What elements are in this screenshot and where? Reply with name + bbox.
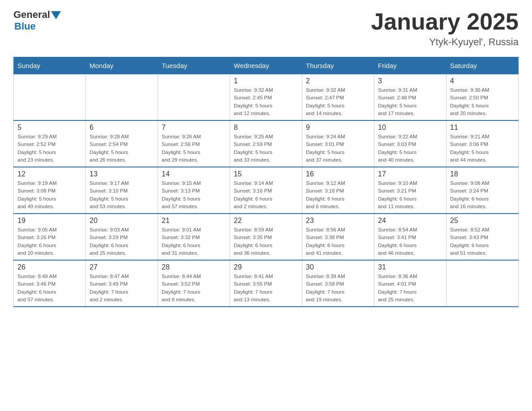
day-number: 22 <box>234 217 298 225</box>
header-row: SundayMondayTuesdayWednesdayThursdayFrid… <box>14 57 519 74</box>
calendar-cell: 24Sunrise: 8:54 AMSunset: 3:41 PMDayligh… <box>374 214 446 260</box>
day-number: 5 <box>17 124 82 132</box>
week-row-4: 19Sunrise: 9:05 AMSunset: 3:26 PMDayligh… <box>14 214 519 260</box>
day-number: 28 <box>162 263 226 271</box>
day-number: 12 <box>17 170 82 178</box>
calendar-cell: 4Sunrise: 9:30 AMSunset: 2:50 PMDaylight… <box>446 74 519 121</box>
calendar-cell: 12Sunrise: 9:19 AMSunset: 3:08 PMDayligh… <box>14 167 86 214</box>
day-info: Sunrise: 9:32 AMSunset: 2:45 PMDaylight:… <box>234 86 298 117</box>
calendar-cell: 5Sunrise: 9:29 AMSunset: 2:52 PMDaylight… <box>14 120 86 167</box>
header-cell-wednesday: Wednesday <box>230 57 302 74</box>
day-info: Sunrise: 9:32 AMSunset: 2:47 PMDaylight:… <box>306 86 370 117</box>
day-number: 16 <box>306 170 370 178</box>
day-number: 26 <box>17 263 82 271</box>
calendar-cell: 16Sunrise: 9:12 AMSunset: 3:18 PMDayligh… <box>302 167 374 214</box>
header-cell-sunday: Sunday <box>14 57 86 74</box>
calendar-cell: 2Sunrise: 9:32 AMSunset: 2:47 PMDaylight… <box>302 74 374 121</box>
logo-triangle-icon <box>51 11 61 19</box>
calendar-cell: 25Sunrise: 8:52 AMSunset: 3:43 PMDayligh… <box>446 214 519 260</box>
day-info: Sunrise: 9:17 AMSunset: 3:10 PMDaylight:… <box>90 180 154 210</box>
calendar-cell: 14Sunrise: 9:15 AMSunset: 3:13 PMDayligh… <box>158 167 230 214</box>
day-number: 1 <box>234 77 298 85</box>
day-number: 21 <box>162 217 226 225</box>
calendar-cell: 8Sunrise: 9:25 AMSunset: 2:59 PMDaylight… <box>230 120 302 167</box>
calendar-cell: 26Sunrise: 8:49 AMSunset: 3:46 PMDayligh… <box>14 260 86 307</box>
calendar-header: SundayMondayTuesdayWednesdayThursdayFrid… <box>14 57 519 74</box>
day-info: Sunrise: 9:28 AMSunset: 2:54 PMDaylight:… <box>90 133 154 164</box>
day-info: Sunrise: 8:52 AMSunset: 3:43 PMDaylight:… <box>450 226 515 257</box>
week-row-1: 1Sunrise: 9:32 AMSunset: 2:45 PMDaylight… <box>14 74 519 121</box>
day-number: 20 <box>90 217 154 225</box>
calendar-cell: 28Sunrise: 8:44 AMSunset: 3:52 PMDayligh… <box>158 260 230 307</box>
day-info: Sunrise: 9:10 AMSunset: 3:21 PMDaylight:… <box>378 180 442 210</box>
day-info: Sunrise: 8:54 AMSunset: 3:41 PMDaylight:… <box>378 226 442 257</box>
day-number: 17 <box>378 170 442 178</box>
day-number: 7 <box>162 124 226 132</box>
calendar-cell <box>158 74 230 121</box>
week-row-5: 26Sunrise: 8:49 AMSunset: 3:46 PMDayligh… <box>14 260 519 307</box>
week-row-2: 5Sunrise: 9:29 AMSunset: 2:52 PMDaylight… <box>14 120 519 167</box>
day-info: Sunrise: 9:29 AMSunset: 2:52 PMDaylight:… <box>17 133 82 164</box>
day-number: 29 <box>234 263 298 271</box>
day-number: 13 <box>90 170 154 178</box>
day-info: Sunrise: 9:14 AMSunset: 3:16 PMDaylight:… <box>234 180 298 210</box>
day-info: Sunrise: 9:12 AMSunset: 3:18 PMDaylight:… <box>306 180 370 210</box>
day-number: 25 <box>450 217 515 225</box>
calendar-table: SundayMondayTuesdayWednesdayThursdayFrid… <box>13 57 519 307</box>
day-number: 10 <box>378 124 442 132</box>
day-number: 14 <box>162 170 226 178</box>
day-info: Sunrise: 9:19 AMSunset: 3:08 PMDaylight:… <box>17 180 82 210</box>
day-info: Sunrise: 9:25 AMSunset: 2:59 PMDaylight:… <box>234 133 298 164</box>
day-info: Sunrise: 8:47 AMSunset: 3:49 PMDaylight:… <box>90 273 154 304</box>
day-number: 31 <box>378 263 442 271</box>
calendar-cell: 1Sunrise: 9:32 AMSunset: 2:45 PMDaylight… <box>230 74 302 121</box>
day-number: 8 <box>234 124 298 132</box>
calendar-cell: 17Sunrise: 9:10 AMSunset: 3:21 PMDayligh… <box>374 167 446 214</box>
calendar-subtitle: Ytyk-Kyuyel', Russia <box>371 36 519 48</box>
day-number: 2 <box>306 77 370 85</box>
day-number: 23 <box>306 217 370 225</box>
day-number: 19 <box>17 217 82 225</box>
day-info: Sunrise: 9:22 AMSunset: 3:03 PMDaylight:… <box>378 133 442 164</box>
calendar-cell <box>14 74 86 121</box>
day-info: Sunrise: 8:36 AMSunset: 4:01 PMDaylight:… <box>378 273 442 304</box>
calendar-body: 1Sunrise: 9:32 AMSunset: 2:45 PMDaylight… <box>14 74 519 307</box>
calendar-cell: 29Sunrise: 8:41 AMSunset: 3:55 PMDayligh… <box>230 260 302 307</box>
calendar-cell: 9Sunrise: 9:24 AMSunset: 3:01 PMDaylight… <box>302 120 374 167</box>
calendar-cell: 22Sunrise: 8:59 AMSunset: 3:35 PMDayligh… <box>230 214 302 260</box>
svg-marker-0 <box>51 11 61 19</box>
calendar-cell: 3Sunrise: 9:31 AMSunset: 2:48 PMDaylight… <box>374 74 446 121</box>
day-info: Sunrise: 9:26 AMSunset: 2:56 PMDaylight:… <box>162 133 226 164</box>
page-header: General Blue January 2025 Ytyk-Kyuyel', … <box>13 9 519 48</box>
calendar-cell: 11Sunrise: 9:21 AMSunset: 3:06 PMDayligh… <box>446 120 519 167</box>
day-number: 27 <box>90 263 154 271</box>
logo-text-general: General <box>13 9 50 21</box>
day-number: 9 <box>306 124 370 132</box>
calendar-cell: 7Sunrise: 9:26 AMSunset: 2:56 PMDaylight… <box>158 120 230 167</box>
day-number: 24 <box>378 217 442 225</box>
logo-text-blue: Blue <box>14 21 36 32</box>
day-info: Sunrise: 9:01 AMSunset: 3:32 PMDaylight:… <box>162 226 226 257</box>
calendar-cell: 15Sunrise: 9:14 AMSunset: 3:16 PMDayligh… <box>230 167 302 214</box>
day-info: Sunrise: 9:24 AMSunset: 3:01 PMDaylight:… <box>306 133 370 164</box>
day-info: Sunrise: 9:15 AMSunset: 3:13 PMDaylight:… <box>162 180 226 210</box>
header-cell-tuesday: Tuesday <box>158 57 230 74</box>
day-info: Sunrise: 8:41 AMSunset: 3:55 PMDaylight:… <box>234 273 298 304</box>
day-number: 4 <box>450 77 515 85</box>
day-info: Sunrise: 9:31 AMSunset: 2:48 PMDaylight:… <box>378 86 442 117</box>
calendar-cell: 6Sunrise: 9:28 AMSunset: 2:54 PMDaylight… <box>86 120 158 167</box>
day-info: Sunrise: 9:05 AMSunset: 3:26 PMDaylight:… <box>17 226 82 257</box>
day-number: 18 <box>450 170 515 178</box>
day-info: Sunrise: 8:39 AMSunset: 3:58 PMDaylight:… <box>306 273 370 304</box>
calendar-cell: 31Sunrise: 8:36 AMSunset: 4:01 PMDayligh… <box>374 260 446 307</box>
calendar-cell: 10Sunrise: 9:22 AMSunset: 3:03 PMDayligh… <box>374 120 446 167</box>
day-number: 3 <box>378 77 442 85</box>
calendar-cell: 23Sunrise: 8:56 AMSunset: 3:38 PMDayligh… <box>302 214 374 260</box>
calendar-cell: 21Sunrise: 9:01 AMSunset: 3:32 PMDayligh… <box>158 214 230 260</box>
header-cell-saturday: Saturday <box>446 57 519 74</box>
calendar-cell <box>86 74 158 121</box>
calendar-cell: 19Sunrise: 9:05 AMSunset: 3:26 PMDayligh… <box>14 214 86 260</box>
calendar-cell <box>446 260 519 307</box>
calendar-title: January 2025 <box>371 9 519 34</box>
header-cell-monday: Monday <box>86 57 158 74</box>
